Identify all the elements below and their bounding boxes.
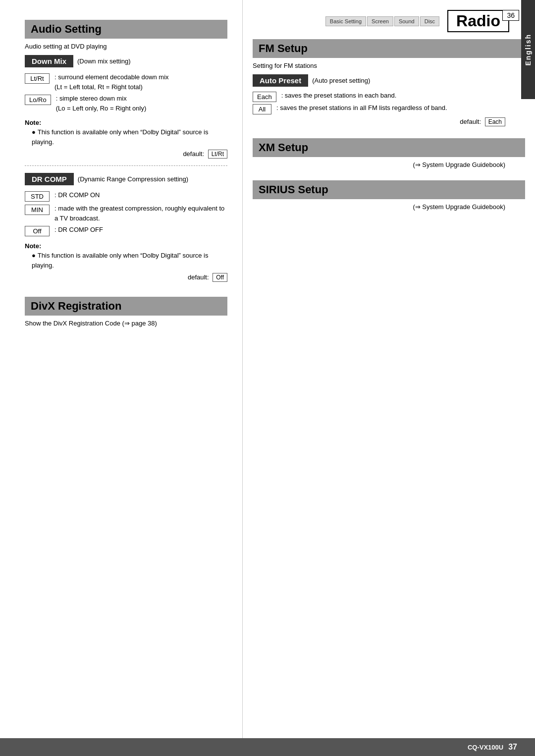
auto-preset-desc: (Auto preset setting) [312,77,370,84]
english-sidebar: English [521,0,535,99]
page-label: 37 [508,743,517,752]
each-row: Each : saves the preset stations in each… [253,92,525,102]
min-row: MIN : made with the greatest compression… [25,204,227,223]
auto-preset-default-value: Each [485,117,505,126]
ltrt-label: Lt/Rt [25,73,50,84]
dr-comp-default-label: default: [188,273,209,281]
audio-setting-desc: Audio setting at DVD playing [25,43,227,50]
std-desc: : DR COMP ON [54,190,227,200]
ltrt-desc: : surround element decodable down mix(Lt… [54,72,227,92]
xm-setup-section: XM Setup (⇒ System Upgrade Guidebook) [253,138,525,168]
dr-comp-desc: (Dynamic Range Compression setting) [78,175,188,183]
each-label: Each [253,92,276,102]
loro-label: Lo/Ro [25,95,51,105]
off-label: Off [25,226,50,236]
tab-basic-setting[interactable]: Basic Setting [325,16,366,26]
audio-setting-section: Audio Setting Audio setting at DVD playi… [25,20,227,282]
sirius-setup-desc: (⇒ System Upgrade Guidebook) [253,203,505,211]
all-label: All [253,104,271,114]
english-label: English [524,34,532,66]
off-row: Off : DR COMP OFF [25,225,227,236]
dr-comp-default-row: default: Off [25,273,227,282]
dr-comp-row: DR COMP (Dynamic Range Compression setti… [25,173,227,185]
each-desc: : saves the preset stations in each band… [281,92,397,99]
fm-setup-heading: FM Setup [253,39,525,58]
radio-header: Basic Setting Screen Sound Disc Radio [253,10,509,32]
all-row: All : saves the preset stations in all F… [253,104,525,114]
left-column: Audio Setting Audio setting at DVD playi… [0,0,243,756]
down-mix-note-title: Note: [25,119,227,126]
auto-preset-default-label: default: [460,118,481,125]
dr-comp-label: DR COMP [25,173,74,185]
loro-row: Lo/Ro : simple stereo down mix(Lo = Left… [25,94,227,113]
auto-preset-label: Auto Preset [253,74,308,87]
std-label: STD [25,191,50,202]
dr-comp-note-text: This function is available only when “Do… [32,251,227,270]
xm-setup-desc: (⇒ System Upgrade Guidebook) [253,161,505,168]
fm-setup-section: FM Setup Setting for FM stations Auto Pr… [253,39,525,126]
bottom-bar: CQ-VX100U 37 [0,738,535,756]
down-mix-default-row: default: Lt/Rt [25,150,227,159]
min-label: MIN [25,205,50,215]
off-desc: : DR COMP OFF [54,225,227,235]
all-desc: : saves the preset stations in all FM li… [276,104,447,111]
ltrt-row: Lt/Rt : surround element decodable down … [25,72,227,92]
model-label: CQ-VX100U [468,744,503,751]
tab-disc[interactable]: Disc [420,16,439,26]
xm-setup-heading: XM Setup [253,138,525,157]
page-number: 36 [502,10,519,21]
std-row: STD : DR COMP ON [25,190,227,202]
tab-screen[interactable]: Screen [367,16,393,26]
sirius-setup-heading: SIRIUS Setup [253,180,525,199]
down-mix-default-label: default: [183,150,204,158]
min-desc: : made with the greatest compression, ro… [54,204,227,223]
sirius-setup-section: SIRIUS Setup (⇒ System Upgrade Guidebook… [253,180,525,211]
divider [25,165,227,166]
down-mix-row: Down Mix (Down mix setting) [25,55,227,67]
radio-tabs: Basic Setting Screen Sound Disc [325,16,439,26]
audio-setting-heading: Audio Setting [25,20,227,39]
auto-preset-row: Auto Preset (Auto preset setting) [253,74,525,87]
dr-comp-default-value: Off [213,273,227,282]
right-column: English Basic Setting Screen Sound Disc … [243,0,535,756]
auto-preset-default-row: default: Each [253,117,505,126]
radio-title: Radio [447,10,509,32]
down-mix-note-text: This function is available only when “Do… [32,127,227,147]
divx-section: DivX Registration Show the DivX Registra… [25,297,227,327]
divx-desc: Show the DivX Registration Code (⇒ page … [25,320,227,327]
loro-desc: : simple stereo down mix(Lo = Left only,… [56,94,227,113]
down-mix-desc: (Down mix setting) [77,57,131,65]
down-mix-default-value: Lt/Rt [208,150,227,159]
divx-heading: DivX Registration [25,297,227,316]
fm-setup-desc: Setting for FM stations [253,62,525,69]
down-mix-label: Down Mix [25,55,73,67]
dr-comp-note-title: Note: [25,242,227,250]
tab-sound[interactable]: Sound [394,16,419,26]
